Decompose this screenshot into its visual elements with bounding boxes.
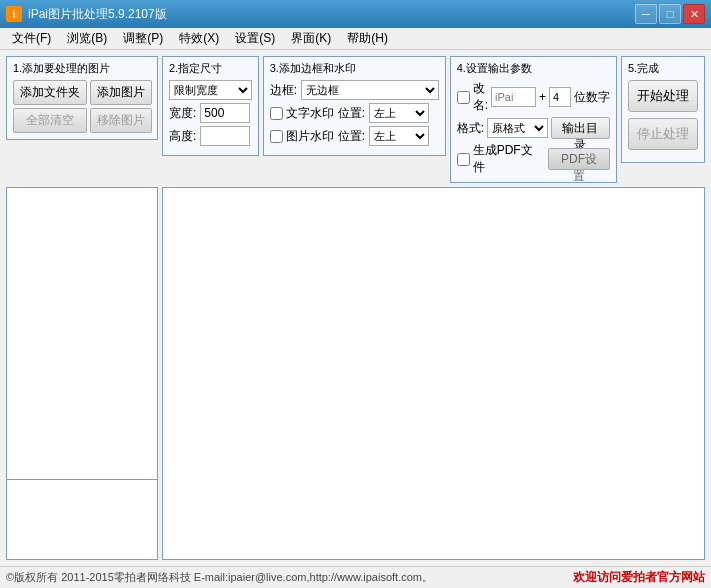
menu-adjust[interactable]: 调整(P): [115, 28, 171, 49]
text-position-label: 位置:: [338, 105, 365, 122]
section-size: 2.指定尺寸 限制宽度 限制高度 固定宽度 固定高度 固定尺寸 宽度: 高度:: [162, 56, 259, 156]
image-watermark-label[interactable]: 图片水印: [270, 128, 334, 145]
border-select[interactable]: 无边框 白色边框 黑色边框 自定义: [301, 80, 439, 100]
pdf-checkbox-label[interactable]: 生成PDF文件: [457, 142, 537, 176]
rename-checkbox[interactable]: [457, 91, 470, 104]
minimize-button[interactable]: ─: [635, 4, 657, 24]
height-input[interactable]: [200, 126, 250, 146]
section-add-images: 1.添加要处理的图片 添加文件夹 添加图片 全部清空 移除图片: [6, 56, 158, 140]
status-left: ©版权所有 2011-2015零拍者网络科技 E-mail:ipaier@liv…: [6, 570, 433, 585]
menu-file[interactable]: 文件(F): [4, 28, 59, 49]
section4-title: 4.设置输出参数: [457, 61, 610, 76]
preview-panel: [162, 187, 705, 560]
menu-help[interactable]: 帮助(H): [339, 28, 396, 49]
image-position-label: 位置:: [338, 128, 365, 145]
file-thumbnail-area: [7, 479, 157, 559]
controls-row: 1.添加要处理的图片 添加文件夹 添加图片 全部清空 移除图片 2.指定尺寸 限…: [6, 56, 705, 183]
text-watermark-checkbox[interactable]: [270, 107, 283, 120]
maximize-button[interactable]: □: [659, 4, 681, 24]
text-position-select[interactable]: 左上 居中 右下: [369, 103, 429, 123]
digit-input[interactable]: [549, 87, 571, 107]
height-row: 高度:: [169, 126, 252, 146]
start-processing-button[interactable]: 开始处理: [628, 80, 698, 112]
main-area: 1.添加要处理的图片 添加文件夹 添加图片 全部清空 移除图片 2.指定尺寸 限…: [0, 50, 711, 566]
section1-title: 1.添加要处理的图片: [13, 61, 151, 76]
image-watermark-checkbox[interactable]: [270, 130, 283, 143]
text-watermark-label[interactable]: 文字水印: [270, 105, 334, 122]
section-complete: 5.完成 开始处理 停止处理: [621, 56, 705, 163]
close-button[interactable]: ✕: [683, 4, 705, 24]
menu-settings[interactable]: 设置(S): [227, 28, 283, 49]
rename-row: 改名: + 位数字: [457, 80, 610, 114]
plus-label: +: [539, 90, 546, 104]
add-folder-button[interactable]: 添加文件夹: [13, 80, 87, 105]
image-watermark-row: 图片水印 位置: 左上 居中 右下: [270, 126, 439, 146]
statusbar: ©版权所有 2011-2015零拍者网络科技 E-mail:ipaier@liv…: [0, 566, 711, 588]
add-image-button[interactable]: 添加图片: [90, 80, 152, 105]
file-list-panel: [6, 187, 158, 560]
size-mode-row: 限制宽度 限制高度 固定宽度 固定高度 固定尺寸: [169, 80, 252, 100]
text-watermark-row: 文字水印 位置: 左上 居中 右下: [270, 103, 439, 123]
pdf-checkbox[interactable]: [457, 153, 470, 166]
rename-input[interactable]: [491, 87, 536, 107]
menu-interface[interactable]: 界面(K): [283, 28, 339, 49]
format-label: 格式:: [457, 120, 484, 137]
file-list-area: [7, 188, 157, 479]
menu-effects[interactable]: 特效(X): [171, 28, 227, 49]
menu-browse[interactable]: 浏览(B): [59, 28, 115, 49]
app-icon: i: [6, 6, 22, 22]
section1-buttons: 添加文件夹 添加图片 全部清空 移除图片: [13, 80, 151, 133]
section2-title: 2.指定尺寸: [169, 61, 252, 76]
rename-checkbox-label[interactable]: 改名:: [457, 80, 488, 114]
border-label: 边框:: [270, 82, 297, 99]
section3-title: 3.添加边框和水印: [270, 61, 439, 76]
status-right: 欢迎访问爱拍者官方网站: [573, 569, 705, 586]
menubar: 文件(F) 浏览(B) 调整(P) 特效(X) 设置(S) 界面(K) 帮助(H…: [0, 28, 711, 50]
height-label: 高度:: [169, 128, 196, 145]
section-output-params: 4.设置输出参数 改名: + 位数字 格式: 原格式 JPEG PNG BMP: [450, 56, 617, 183]
window-title: iPai图片批处理5.9.2107版: [28, 6, 635, 23]
border-row: 边框: 无边框 白色边框 黑色边框 自定义: [270, 80, 439, 100]
width-row: 宽度:: [169, 103, 252, 123]
titlebar: i iPai图片批处理5.9.2107版 ─ □ ✕: [0, 0, 711, 28]
section5-title: 5.完成: [628, 61, 698, 76]
output-dir-button[interactable]: 输出目录: [551, 117, 610, 139]
panels-row: [6, 187, 705, 560]
size-mode-select[interactable]: 限制宽度 限制高度 固定宽度 固定高度 固定尺寸: [169, 80, 252, 100]
remove-image-button[interactable]: 移除图片: [90, 108, 152, 133]
stop-processing-button[interactable]: 停止处理: [628, 118, 698, 150]
format-select[interactable]: 原格式 JPEG PNG BMP GIF: [487, 118, 548, 138]
width-input[interactable]: [200, 103, 250, 123]
digit-suffix: 位数字: [574, 89, 610, 106]
clear-all-button[interactable]: 全部清空: [13, 108, 87, 133]
image-position-select[interactable]: 左上 居中 右下: [369, 126, 429, 146]
width-label: 宽度:: [169, 105, 196, 122]
pdf-settings-button[interactable]: PDF设置: [548, 148, 610, 170]
pdf-row: 生成PDF文件 PDF设置: [457, 142, 610, 176]
format-row: 格式: 原格式 JPEG PNG BMP GIF 输出目录: [457, 117, 610, 139]
section-border-watermark: 3.添加边框和水印 边框: 无边框 白色边框 黑色边框 自定义 文字水印 位置:…: [263, 56, 446, 156]
window-controls: ─ □ ✕: [635, 4, 705, 24]
